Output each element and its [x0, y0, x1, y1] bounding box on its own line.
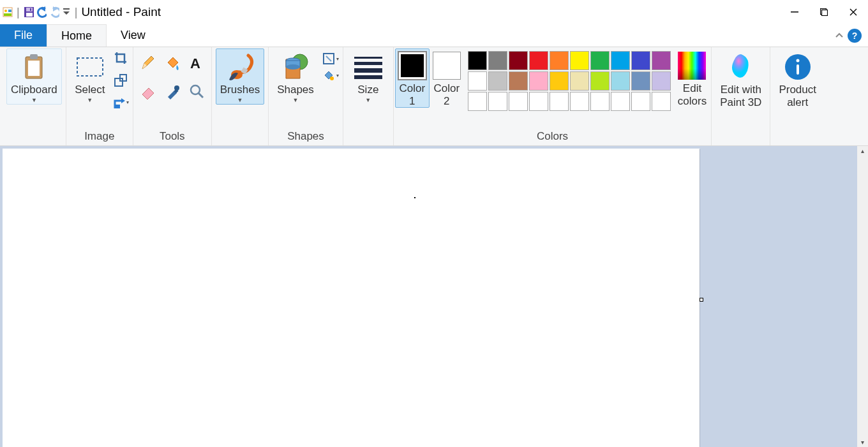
group-shapes: Shapes▼ ▾ ▾ Shapes: [269, 47, 343, 145]
svg-rect-33: [354, 68, 382, 73]
tab-home[interactable]: Home: [47, 24, 107, 47]
color2-label: Color 2: [434, 82, 460, 107]
color-swatch[interactable]: [611, 51, 630, 70]
select-label: Select: [75, 84, 105, 96]
color-swatch[interactable]: [570, 51, 589, 70]
group-paint3d: Edit with Paint 3D: [712, 47, 770, 145]
group-label-colors: Colors: [537, 128, 568, 145]
color-swatch[interactable]: [631, 92, 650, 111]
color-swatch[interactable]: [652, 51, 671, 70]
pencil-tool-icon[interactable]: [137, 52, 159, 74]
color-swatch[interactable]: [550, 92, 569, 111]
group-label-tools: Tools: [160, 128, 185, 145]
color-swatch[interactable]: [529, 51, 548, 70]
eraser-tool-icon[interactable]: [137, 80, 159, 102]
tab-view[interactable]: View: [107, 24, 160, 47]
svg-rect-14: [30, 54, 38, 59]
shape-outline-button[interactable]: ▾: [322, 52, 339, 65]
product-alert-label: Product alert: [779, 84, 816, 109]
clipboard-label: Clipboard: [11, 84, 57, 96]
brushes-button[interactable]: Brushes▼: [216, 48, 264, 105]
color-swatch[interactable]: [529, 92, 548, 111]
shapes-icon: [280, 52, 311, 82]
size-icon: [352, 52, 385, 82]
group-brushes: Brushes▼: [212, 47, 269, 145]
svg-rect-15: [77, 58, 103, 76]
svg-rect-16: [115, 78, 123, 86]
canvas-dot: [414, 197, 415, 198]
close-button[interactable]: [839, 3, 868, 22]
color-swatch[interactable]: [590, 51, 610, 70]
svg-rect-5: [26, 8, 33, 11]
rotate-icon[interactable]: ▾: [112, 94, 129, 111]
group-product-alert: Product alert: [770, 47, 825, 145]
resize-icon[interactable]: [112, 72, 129, 89]
select-button[interactable]: Select▼: [70, 48, 110, 105]
color-picker-tool-icon[interactable]: [161, 80, 183, 102]
maximize-button[interactable]: [809, 3, 839, 22]
group-label-image: Image: [84, 128, 114, 145]
color-swatch[interactable]: [509, 71, 528, 91]
redo-icon[interactable]: [49, 7, 59, 17]
canvas[interactable]: [3, 149, 700, 447]
color-swatch[interactable]: [631, 51, 650, 70]
fill-tool-icon[interactable]: [161, 52, 183, 74]
color-swatch[interactable]: [570, 71, 589, 91]
paint3d-icon: [727, 52, 755, 82]
shapes-button[interactable]: Shapes▼: [273, 48, 318, 105]
scroll-down-icon[interactable]: ▾: [861, 439, 864, 446]
text-tool-icon[interactable]: A: [186, 52, 207, 74]
color-swatch[interactable]: [468, 51, 487, 70]
product-alert-button[interactable]: Product alert: [774, 48, 821, 110]
group-label-shapes: Shapes: [287, 128, 324, 145]
collapse-ribbon-icon[interactable]: [835, 31, 844, 40]
shape-fill-button[interactable]: ▾: [322, 69, 339, 82]
vertical-scrollbar[interactable]: ▴ ▾: [857, 146, 868, 447]
scroll-up-icon[interactable]: ▴: [861, 147, 864, 154]
color-swatch[interactable]: [468, 71, 487, 91]
color-swatch[interactable]: [652, 92, 671, 111]
color-swatch[interactable]: [652, 71, 671, 91]
svg-rect-32: [354, 62, 382, 65]
resize-handle-right[interactable]: [700, 298, 703, 302]
help-icon[interactable]: ?: [848, 29, 862, 43]
save-icon[interactable]: [24, 7, 34, 17]
svg-point-36: [796, 59, 799, 62]
svg-rect-9: [791, 11, 798, 13]
color-swatch[interactable]: [590, 92, 610, 111]
color-swatch[interactable]: [509, 51, 528, 70]
qat-customize-icon[interactable]: [62, 7, 71, 17]
brushes-label: Brushes: [220, 84, 260, 96]
color-swatch[interactable]: [611, 92, 630, 111]
color-swatch[interactable]: [631, 71, 650, 91]
color-swatch[interactable]: [509, 92, 528, 111]
color-swatch[interactable]: [570, 92, 589, 111]
tab-file[interactable]: File: [0, 24, 47, 47]
minimize-button[interactable]: [780, 3, 809, 22]
paint3d-button[interactable]: Edit with Paint 3D: [715, 48, 766, 110]
rainbow-icon: [678, 52, 706, 80]
magnifier-tool-icon[interactable]: [186, 80, 207, 102]
paint3d-label: Edit with Paint 3D: [720, 84, 761, 109]
edit-colors-button[interactable]: Edit colors: [675, 48, 710, 108]
color2-button[interactable]: Color 2: [430, 48, 464, 108]
app-icon: [3, 7, 13, 17]
svg-rect-7: [26, 13, 33, 17]
clipboard-button[interactable]: Clipboard▼: [6, 48, 62, 105]
color-swatch[interactable]: [590, 71, 610, 91]
color1-button[interactable]: Color 1: [395, 48, 430, 108]
color-swatch[interactable]: [468, 92, 487, 111]
undo-icon[interactable]: [36, 7, 47, 17]
color-swatch[interactable]: [488, 71, 507, 91]
color-swatch[interactable]: [550, 51, 569, 70]
color-swatch[interactable]: [529, 71, 548, 91]
crop-icon[interactable]: [112, 50, 129, 66]
info-icon: [784, 52, 812, 82]
color-swatch[interactable]: [611, 71, 630, 91]
color-swatch[interactable]: [550, 71, 569, 91]
color-swatch[interactable]: [488, 92, 507, 111]
size-button[interactable]: Size▼: [347, 48, 389, 105]
group-colors: Color 1 Color 2 Edit colors Colors: [394, 47, 712, 145]
color-swatch[interactable]: [488, 51, 507, 70]
ribbon: Clipboard▼ Select▼ ▾ Image: [0, 47, 868, 146]
